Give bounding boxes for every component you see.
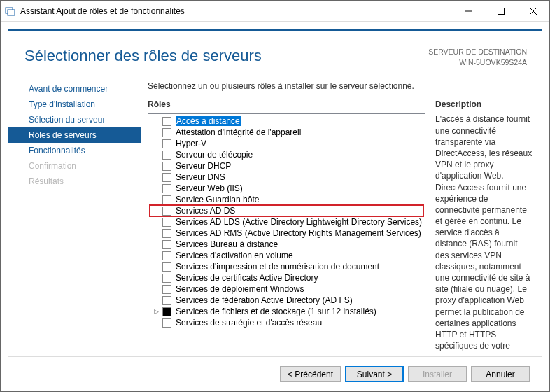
- role-item[interactable]: Services Bureau à distance: [150, 239, 423, 250]
- app-icon: [5, 6, 16, 17]
- roles-label: Rôles: [148, 99, 425, 109]
- wizard-footer: < Précédent Suivant > Installer Annuler: [8, 356, 542, 391]
- checkbox[interactable]: [162, 128, 171, 137]
- checkbox[interactable]: [162, 240, 171, 249]
- wizard-step[interactable]: Sélection du serveur: [8, 112, 141, 127]
- destination-server: WIN-5UOVK59S24A: [428, 57, 527, 68]
- checkbox[interactable]: [162, 251, 171, 260]
- checkbox[interactable]: [162, 117, 171, 126]
- role-item[interactable]: ▷Services de fichiers et de stockage (1 …: [150, 306, 423, 317]
- role-label: Services AD RMS (Active Directory Rights…: [176, 228, 421, 238]
- role-label: Serveur Web (IIS): [176, 183, 243, 193]
- role-label: Services de certificats Active Directory: [176, 273, 318, 283]
- page-title: Sélectionner des rôles de serveurs: [24, 47, 428, 65]
- role-item[interactable]: Services AD DS: [150, 205, 423, 216]
- checkbox[interactable]: [162, 229, 171, 238]
- description-label: Description: [435, 99, 537, 109]
- roles-listbox[interactable]: Accès à distanceAttestation d'intégrité …: [148, 113, 425, 354]
- role-label: Serveur DHCP: [176, 161, 231, 171]
- role-item[interactable]: Services de certificats Active Directory: [150, 272, 423, 284]
- svg-rect-3: [498, 8, 505, 14]
- role-item[interactable]: Hyper-V: [150, 138, 423, 149]
- checkbox[interactable]: [162, 296, 171, 305]
- page-header: Sélectionner des rôles de serveurs SERVE…: [8, 29, 542, 74]
- destination-box: SERVEUR DE DESTINATION WIN-5UOVK59S24A: [428, 47, 527, 67]
- role-label: Services AD DS: [176, 206, 235, 216]
- role-label: Services d'impression et de numérisation…: [176, 262, 379, 272]
- role-item[interactable]: Services AD RMS (Active Directory Rights…: [150, 227, 423, 239]
- checkbox[interactable]: [162, 285, 171, 294]
- maximize-button[interactable]: [485, 1, 517, 22]
- role-label: Hyper-V: [176, 139, 206, 148]
- role-label: Accès à distance: [176, 116, 241, 126]
- window-title: Assistant Ajout de rôles et de fonctionn…: [20, 6, 453, 16]
- role-item[interactable]: Services de déploiement Windows: [150, 284, 423, 295]
- checkbox[interactable]: [162, 162, 171, 171]
- role-item[interactable]: Serveur DNS: [150, 172, 423, 183]
- checkbox[interactable]: [162, 318, 171, 328]
- checkbox[interactable]: [162, 262, 171, 272]
- role-item[interactable]: Serveur de télécopie: [150, 149, 423, 160]
- role-item[interactable]: Attestation d'intégrité de l'appareil: [150, 127, 423, 138]
- role-item[interactable]: Services de stratégie et d'accès réseau: [150, 317, 423, 328]
- role-item[interactable]: Services de fédération Active Directory …: [150, 295, 423, 306]
- wizard-step[interactable]: Avant de commencer: [8, 81, 141, 97]
- close-button[interactable]: [517, 1, 549, 22]
- role-label: Services de déploiement Windows: [176, 284, 304, 294]
- checkbox[interactable]: [162, 150, 171, 160]
- role-label: Services AD LDS (Active Directory Lightw…: [176, 217, 422, 227]
- role-item[interactable]: Services d'impression et de numérisation…: [150, 261, 423, 272]
- wizard-step[interactable]: Rôles de serveurs: [8, 127, 141, 143]
- checkbox[interactable]: [162, 274, 171, 283]
- role-label: Service Guardian hôte: [176, 195, 259, 204]
- titlebar: Assistant Ajout de rôles et de fonctionn…: [1, 1, 549, 22]
- wizard-step: Résultats: [8, 174, 141, 189]
- wizard-step[interactable]: Fonctionnalités: [8, 143, 141, 158]
- install-button: Installer: [408, 366, 467, 382]
- cancel-button[interactable]: Annuler: [471, 366, 530, 382]
- instruction-text: Sélectionnez un ou plusieurs rôles à ins…: [148, 81, 537, 91]
- role-label: Services d'activation en volume: [176, 251, 293, 260]
- checkbox[interactable]: [162, 195, 171, 204]
- role-item[interactable]: Serveur Web (IIS): [150, 183, 423, 194]
- role-label: Services Bureau à distance: [176, 239, 278, 249]
- minimize-button[interactable]: [453, 1, 485, 22]
- wizard-steps: Avant de commencerType d'installationSél…: [8, 74, 141, 354]
- role-item[interactable]: Services AD LDS (Active Directory Lightw…: [150, 216, 423, 227]
- role-item[interactable]: Services d'activation en volume: [150, 250, 423, 261]
- role-label: Attestation d'intégrité de l'appareil: [176, 127, 301, 137]
- checkbox[interactable]: [162, 173, 171, 182]
- wizard-step[interactable]: Type d'installation: [8, 97, 141, 112]
- role-item[interactable]: Accès à distance: [150, 115, 423, 127]
- checkbox[interactable]: [162, 206, 171, 216]
- checkbox[interactable]: [162, 218, 171, 227]
- chevron-right-icon[interactable]: ▷: [151, 307, 161, 316]
- wizard-step: Confirmation: [8, 158, 141, 174]
- previous-button[interactable]: < Précédent: [280, 366, 341, 382]
- next-button[interactable]: Suivant >: [345, 366, 404, 382]
- role-label: Services de fédération Active Directory …: [176, 295, 353, 305]
- role-label: Serveur DNS: [176, 172, 225, 182]
- role-item[interactable]: Service Guardian hôte: [150, 194, 423, 205]
- svg-rect-1: [8, 10, 15, 15]
- description-text[interactable]: L'accès à distance fournit une connectiv…: [435, 113, 537, 354]
- destination-label: SERVEUR DE DESTINATION: [428, 47, 527, 57]
- checkbox[interactable]: [162, 139, 171, 148]
- role-label: Serveur de télécopie: [176, 150, 253, 160]
- role-label: Services de stratégie et d'accès réseau: [176, 318, 322, 328]
- role-label: Services de fichiers et de stockage (1 s…: [176, 307, 376, 316]
- checkbox[interactable]: [162, 184, 171, 193]
- role-item[interactable]: Serveur DHCP: [150, 160, 423, 172]
- checkbox[interactable]: [162, 307, 171, 316]
